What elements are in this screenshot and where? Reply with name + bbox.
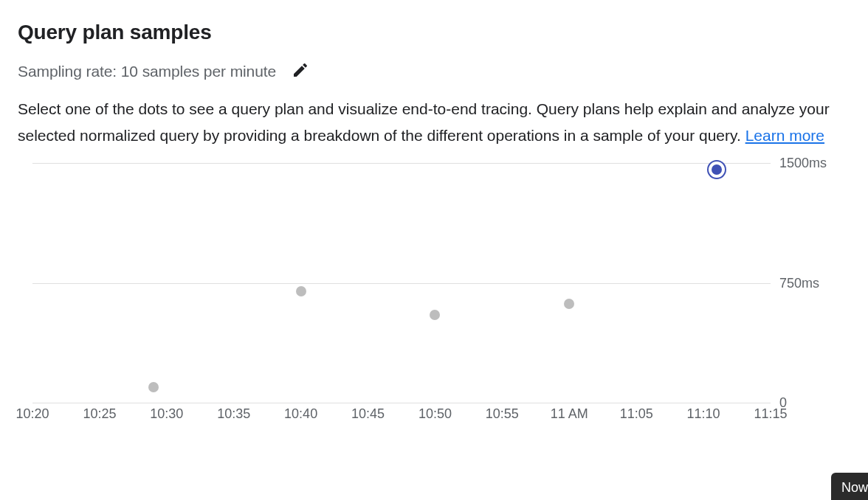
sampling-rate-text: Sampling rate: 10 samples per minute (18, 63, 276, 80)
chart-x-tick: 11:15 (754, 406, 787, 422)
chart-x-tick: 10:35 (217, 406, 250, 422)
chart-x-tick: 10:40 (284, 406, 317, 422)
chart-x-tick: 11 AM (551, 406, 588, 422)
edit-sampling-rate-button[interactable] (288, 59, 313, 84)
chart-y-tick: 750ms (779, 275, 819, 291)
chart-plot-area[interactable] (32, 163, 771, 403)
chart-x-tick: 10:50 (418, 406, 452, 422)
chart-gridline (32, 163, 771, 164)
chart-x-tick: 10:55 (486, 406, 519, 422)
sample-dot[interactable] (148, 382, 159, 392)
chart-gridline (32, 283, 771, 284)
description-text: Select one of the dots to see a query pl… (18, 100, 830, 144)
chart-x-tick: 11:05 (620, 406, 653, 422)
sample-dot[interactable] (564, 299, 574, 309)
sample-dot[interactable] (296, 286, 306, 296)
sample-dot[interactable] (712, 164, 722, 175)
sample-dot[interactable] (430, 310, 440, 320)
pencil-icon (292, 61, 309, 82)
query-plan-samples-chart: 1500ms750ms0 10:2010:2510:3010:3510:4010… (18, 163, 844, 428)
now-button[interactable]: Now (831, 473, 868, 500)
chart-x-tick: 10:30 (150, 406, 183, 422)
section-title: Query plan samples (18, 21, 850, 44)
chart-x-tick: 10:45 (351, 406, 385, 422)
chart-gridline (32, 403, 771, 403)
description: Select one of the dots to see a query pl… (18, 96, 844, 148)
learn-more-link[interactable]: Learn more (745, 127, 824, 144)
chart-x-tick: 11:10 (687, 406, 720, 422)
chart-y-tick: 1500ms (779, 156, 827, 171)
chart-x-tick: 10:25 (83, 406, 116, 422)
chart-x-tick: 10:20 (16, 406, 49, 422)
